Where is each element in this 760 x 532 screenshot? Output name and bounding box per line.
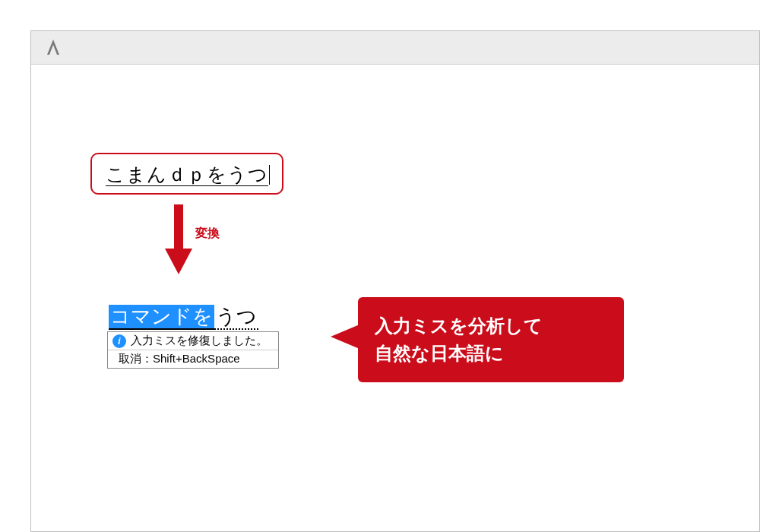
toolbar bbox=[31, 31, 759, 65]
result-pending-segment[interactable]: うつ bbox=[214, 305, 258, 330]
callout-tail bbox=[331, 325, 359, 349]
raw-input-text[interactable]: こまんｄｐをうつ bbox=[106, 163, 268, 186]
ime-undo-hint: 取消：Shift+BackSpace bbox=[119, 352, 240, 366]
svg-marker-1 bbox=[165, 249, 192, 274]
ime-message-row: i 入力ミスを修復しました。 bbox=[108, 332, 278, 350]
conversion-arrow: 変換 bbox=[165, 204, 287, 277]
app-icon bbox=[46, 39, 62, 57]
text-caret bbox=[269, 165, 271, 185]
ime-popup: i 入力ミスを修復しました。 取消：Shift+BackSpace bbox=[107, 331, 279, 369]
ime-message-text: 入力ミスを修復しました。 bbox=[131, 334, 268, 348]
arrow-label: 変換 bbox=[195, 226, 220, 242]
ime-undo-row[interactable]: 取消：Shift+BackSpace bbox=[108, 350, 278, 368]
conversion-result: コマンドをうつ i 入力ミスを修復しました。 取消：Shift+BackSpac… bbox=[109, 305, 279, 369]
callout-line-2: 自然な日本語に bbox=[375, 340, 607, 367]
result-line[interactable]: コマンドをうつ bbox=[109, 305, 279, 330]
editor-area[interactable]: こまんｄｐをうつ 変換 コマンドをうつ i 入力ミスを修復しました。 取消：Sh… bbox=[31, 65, 759, 531]
result-selected-segment[interactable]: コマンドを bbox=[109, 305, 214, 330]
app-window: こまんｄｐをうつ 変換 コマンドをうつ i 入力ミスを修復しました。 取消：Sh… bbox=[30, 30, 760, 532]
explanation-callout: 入力ミスを分析して 自然な日本語に bbox=[358, 297, 624, 382]
callout-line-1: 入力ミスを分析して bbox=[375, 312, 607, 340]
svg-rect-0 bbox=[174, 204, 183, 252]
raw-input-box: こまんｄｐをうつ bbox=[90, 153, 283, 195]
info-icon: i bbox=[112, 334, 126, 348]
